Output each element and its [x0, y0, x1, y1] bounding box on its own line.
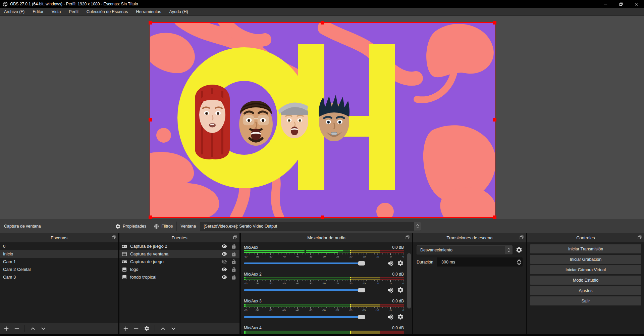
source-name: fondo tropical — [130, 275, 218, 280]
move-source-down-button[interactable] — [171, 326, 176, 331]
menu-item-6[interactable]: Herramientas — [132, 8, 165, 15]
control-button-6[interactable]: Salir — [530, 296, 641, 305]
filters-button[interactable]: Filtros — [150, 219, 176, 233]
popout-icon[interactable] — [638, 235, 642, 239]
close-button[interactable] — [629, 0, 644, 8]
meter-scale: -60-55-50-45-40-35-30-25-20-15-10-50 — [244, 280, 404, 285]
speaker-icon[interactable] — [387, 287, 394, 294]
preview-canvas[interactable] — [150, 23, 495, 217]
meter-scale: -60-55-50-45-40-35-30-25-20-15-10-50 — [244, 253, 404, 258]
remove-source-button[interactable] — [133, 326, 139, 331]
minimize-button[interactable] — [598, 0, 613, 8]
popout-icon[interactable] — [406, 235, 410, 239]
source-name: Captura de juego 2 — [130, 244, 218, 249]
speaker-icon[interactable] — [387, 260, 394, 267]
mixer-channels: Mic/Aux0.0 dB-60-55-50-45-40-35-30-25-20… — [241, 242, 412, 334]
menu-item-5[interactable]: Colección de Escenas — [83, 8, 132, 15]
menu-item-3[interactable]: Vista — [48, 8, 65, 15]
source-row[interactable]: fondo tropical — [119, 273, 239, 281]
gamepad-icon — [122, 244, 127, 249]
control-button-3[interactable]: Iniciar Cámara Virtual — [530, 265, 641, 274]
lock-icon[interactable] — [230, 244, 237, 249]
volume-slider-handle[interactable] — [358, 288, 365, 292]
popout-icon[interactable] — [520, 235, 524, 239]
channel-settings-gear-icon[interactable] — [397, 314, 404, 320]
scene-row[interactable]: Cam 3 — [0, 273, 118, 281]
separator — [155, 325, 155, 332]
control-button-2[interactable]: Iniciar Grabación — [530, 255, 641, 264]
controls-panel-title: Controles — [576, 235, 595, 240]
transitions-panel-header[interactable]: Transiciones de escena — [413, 233, 526, 242]
scene-row[interactable]: Inicio — [0, 250, 118, 258]
control-button-5[interactable]: Ajustes — [530, 286, 641, 295]
spinner-buttons[interactable] — [414, 222, 421, 231]
volume-slider-handle[interactable] — [358, 261, 365, 266]
image-icon — [122, 267, 127, 272]
volume-meter — [244, 332, 404, 334]
popout-icon[interactable] — [112, 235, 116, 239]
volume-slider[interactable] — [244, 289, 384, 291]
scene-row[interactable]: Cam 2 Cenital — [0, 266, 118, 273]
duration-spinner[interactable] — [517, 258, 522, 266]
lock-icon[interactable] — [230, 267, 237, 272]
lock-icon[interactable] — [230, 259, 237, 265]
channel-settings-gear-icon[interactable] — [397, 287, 404, 293]
move-scene-down-button[interactable] — [41, 326, 46, 331]
spinner-buttons[interactable] — [505, 246, 512, 254]
menu-item-2[interactable]: Editar — [29, 8, 48, 15]
lock-icon[interactable] — [230, 275, 237, 280]
transition-properties-button[interactable] — [516, 246, 523, 253]
channel-settings-gear-icon[interactable] — [397, 260, 404, 267]
mixer-scrollbar[interactable] — [407, 253, 411, 332]
source-row[interactable]: Captura de juego — [119, 258, 239, 266]
move-source-up-button[interactable] — [160, 326, 166, 331]
selection-handle[interactable] — [493, 118, 496, 122]
menu-item-1[interactable]: Archivo (F) — [0, 8, 29, 15]
duration-input[interactable]: 300 ms — [437, 257, 523, 267]
selection-handle[interactable] — [493, 215, 496, 219]
speaker-icon[interactable] — [387, 314, 394, 321]
selection-handle[interactable] — [493, 21, 496, 25]
scene-row[interactable]: 0 — [0, 242, 118, 250]
move-scene-up-button[interactable] — [30, 326, 36, 331]
volume-slider[interactable] — [244, 262, 384, 264]
menu-item-4[interactable]: Perfil — [65, 8, 82, 15]
image-icon — [122, 275, 127, 280]
controls-panel-header[interactable]: Controles — [527, 233, 644, 242]
control-button-4[interactable]: Modo Estudio — [530, 276, 641, 285]
add-source-button[interactable] — [123, 326, 128, 331]
add-scene-button[interactable] — [4, 326, 9, 331]
visibility-eye-icon[interactable] — [221, 274, 227, 280]
visibility-eye-off-icon[interactable] — [221, 259, 227, 265]
visibility-eye-icon[interactable] — [221, 267, 227, 272]
channel-name: Mic/Aux 2 — [244, 272, 262, 277]
scenes-panel-header[interactable]: Escenas — [0, 233, 118, 242]
channel-name: Mic/Aux 4 — [244, 326, 262, 330]
source-row[interactable]: Captura de ventana — [119, 250, 239, 258]
selection-handle[interactable] — [149, 215, 152, 219]
channel-db-value: 0.0 dB — [392, 245, 404, 250]
volume-slider-handle[interactable] — [358, 315, 365, 319]
visibility-eye-icon[interactable] — [221, 251, 227, 257]
source-properties-button[interactable] — [144, 326, 150, 331]
selection-handle[interactable] — [149, 21, 152, 25]
window-select[interactable]: [SeratoVideo.exe]: Serato Video Output — [200, 222, 421, 231]
sources-panel-header[interactable]: Fuentes — [119, 233, 239, 242]
visibility-eye-icon[interactable] — [221, 243, 227, 249]
scene-row[interactable]: Cam 1 — [0, 258, 118, 266]
volume-slider[interactable] — [244, 316, 384, 318]
source-row[interactable]: logo — [119, 266, 239, 273]
selection-handle[interactable] — [321, 215, 324, 219]
lock-icon[interactable] — [230, 251, 237, 257]
remove-scene-button[interactable] — [14, 326, 19, 331]
source-row[interactable]: Captura de juego 2 — [119, 242, 239, 250]
selection-handle[interactable] — [321, 21, 324, 25]
popout-icon[interactable] — [233, 235, 237, 239]
restore-button[interactable] — [613, 0, 629, 8]
transition-select[interactable]: Desvanecimiento — [417, 245, 513, 254]
selection-handle[interactable] — [149, 118, 152, 122]
properties-button[interactable]: Propiedades — [111, 219, 150, 233]
menu-item-7[interactable]: Ayuda (H) — [165, 8, 192, 15]
audio-mixer-header[interactable]: Mezclador de audio — [241, 233, 412, 242]
control-button-1[interactable]: Iniciar Transmisión — [530, 244, 641, 253]
